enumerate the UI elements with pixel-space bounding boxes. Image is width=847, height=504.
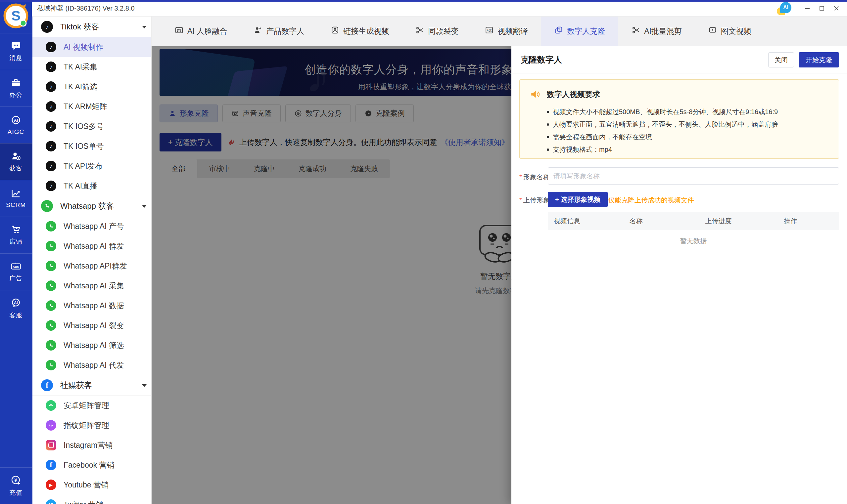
sidebar-item-tk-api[interactable]: ♪ TK API发布 (32, 156, 151, 176)
sidebar-section-tiktok[interactable]: ♪ Tiktok 获客 (32, 17, 151, 37)
minimize-icon (804, 5, 810, 11)
rail-item-label: 客服 (9, 311, 22, 320)
sidebar-item-wa-account[interactable]: Whatsapp AI 产号 (32, 216, 151, 236)
svg-text:S: S (11, 8, 20, 23)
upload-field-label: *上传形象 (519, 196, 550, 205)
rail-item-service[interactable]: AI 客服 (0, 290, 32, 327)
sidebar-item-label: TK AI采集 (64, 62, 97, 72)
sidebar-section-whatsapp[interactable]: Whatsapp 获客 (32, 196, 151, 216)
window-title: 私域神器 (ID-386176) Ver 3.2.8.0 (37, 0, 135, 17)
chevron-down-icon (142, 205, 146, 208)
tab-label: 同款裂变 (428, 26, 459, 36)
tab-image-text-video[interactable]: 图文视频 (695, 17, 765, 46)
rail-item-aigc[interactable]: AI AIGC (0, 107, 32, 143)
start-clone-button[interactable]: 开始克隆 (799, 52, 839, 68)
requirement-item: 视频文件大小不能超过500MB、视频时长在5s-8分钟、视频尺寸在9:16或16… (547, 106, 829, 118)
tab-video-translate[interactable]: A文 视频翻译 (472, 17, 541, 46)
sidebar-item-facebook[interactable]: f Facebook 营销 (32, 455, 151, 475)
sidebar-item-fingerprint-matrix[interactable]: 指纹矩阵管理 (32, 415, 151, 435)
rail-item-shop[interactable]: 店铺 (0, 217, 32, 253)
rail-item-office[interactable]: 办公 (0, 70, 32, 107)
sidebar-item-label: Whatsapp AI 数据 (64, 301, 124, 311)
whatsapp-icon (46, 221, 56, 232)
clone-copy-icon (554, 26, 563, 34)
tiktok-icon: ♪ (46, 61, 56, 72)
svg-text:AI: AI (14, 118, 18, 122)
sidebar-item-label: TK IOS单号 (64, 141, 104, 151)
chevron-down-icon (142, 384, 146, 387)
table-header-row: 视频信息 名称 上传进度 操作 (548, 212, 839, 230)
sidebar-item-label: AI 视频制作 (64, 42, 103, 52)
choose-video-button[interactable]: + 选择形象视频 (548, 192, 608, 207)
tab-link-video[interactable]: 链接生成视频 (317, 17, 402, 46)
avatar-name-input[interactable] (548, 167, 839, 184)
scissors-icon (415, 26, 424, 34)
sidebar-item-android-matrix[interactable]: 安卓矩阵管理 (32, 396, 151, 415)
required-asterisk: * (519, 196, 522, 204)
sidebar-item-label: TK AI筛选 (64, 82, 97, 92)
rail-item-ads[interactable]: ADS 广告 (0, 253, 32, 290)
tab-face-fusion[interactable]: AI 人脸融合 (161, 17, 240, 46)
rail-item-scrm[interactable]: SCRM (0, 180, 32, 217)
sidebar-item-wa-filter[interactable]: Whatsapp AI 筛选 (32, 335, 151, 355)
tab-batch-mix[interactable]: AI批量混剪 (618, 17, 695, 46)
rail-item-recharge[interactable]: ¥ 充值 (0, 467, 32, 504)
required-asterisk: * (519, 173, 522, 181)
requirement-item: 支持视频格式：mp4 (547, 143, 829, 156)
sidebar-item-wa-broadcast[interactable]: Whatsapp AI 群发 (32, 236, 151, 256)
tab-same-style[interactable]: 同款裂变 (402, 17, 472, 46)
table-empty-text: 暂无数据 (548, 230, 839, 252)
column-video-info: 视频信息 (548, 217, 624, 226)
sidebar-item-tk-arm[interactable]: ♪ TK ARM矩阵 (32, 96, 151, 116)
rail-item-label: AIGC (7, 128, 24, 136)
tab-avatar-clone[interactable]: 数字人克隆 (541, 17, 618, 46)
sidebar-item-tk-ios-multi[interactable]: ♪ TK IOS多号 (32, 116, 151, 136)
sidebar-item-label: Whatsapp AI 群发 (64, 241, 124, 251)
svg-text:AI: AI (14, 301, 18, 305)
sidebar-item-wa-collect[interactable]: Whatsapp AI 采集 (32, 276, 151, 296)
left-rail: S 消息 办公 AI AIGC (0, 0, 32, 504)
tab-product-avatar[interactable]: 产品数字人 (240, 17, 317, 46)
maximize-icon (819, 5, 825, 11)
sidebar-item-label: TK API发布 (64, 161, 103, 171)
sidebar-item-wa-send[interactable]: Whatsapp AI 代发 (32, 355, 151, 375)
sidebar-item-instagram[interactable]: Instagram营销 (32, 435, 151, 455)
minimize-button[interactable] (800, 0, 815, 17)
rail-item-label: 办公 (9, 91, 22, 99)
sidebar-item-tk-collect[interactable]: ♪ TK AI采集 (32, 57, 151, 77)
user-avatar[interactable]: Ai (779, 2, 791, 15)
scrm-chart-icon (11, 188, 21, 198)
sidebar-item-label: TK AI直播 (64, 181, 97, 191)
message-icon (11, 41, 21, 51)
sidebar-item-label: TK IOS多号 (64, 121, 104, 132)
rail-item-messages[interactable]: 消息 (0, 33, 32, 70)
tiktok-icon: ♪ (46, 101, 56, 112)
sidebar-item-label: Whatsapp AI 产号 (64, 221, 124, 232)
sidebar-item-label: 指纹矩阵管理 (64, 420, 109, 431)
sidebar-item-wa-api-broadcast[interactable]: Whatsapp API群发 (32, 256, 151, 276)
sidebar-item-label: Whatsapp API群发 (64, 261, 127, 271)
upload-hint-text: 仅能克隆上传成功的视频文件 (608, 196, 694, 205)
sidebar-item-tk-live[interactable]: ♪ TK AI直播 (32, 176, 151, 196)
maximize-button[interactable] (815, 0, 829, 17)
whatsapp-icon (46, 241, 56, 251)
sidebar-item-youtube[interactable]: ▶ Youtube 营销 (32, 475, 151, 495)
tab-label: 视频翻译 (498, 26, 528, 36)
sidebar-item-tk-ios-single[interactable]: ♪ TK IOS单号 (32, 136, 151, 156)
ai-avatar-icon: Ai (780, 2, 791, 13)
requirement-item: 人物要求正面，五官清晰无遮挡，不歪头，不侧头、人脸比例适中，涵盖肩膀 (547, 118, 829, 131)
rail-item-acquisition[interactable]: 获客 (0, 143, 32, 180)
clone-avatar-panel: 克隆数字人 关闭 开始克隆 数字人视频要求 视频文件大小不能超过500MB、视频… (512, 46, 847, 504)
close-panel-button[interactable]: 关闭 (768, 52, 794, 68)
sidebar-section-social[interactable]: f 社媒获客 (32, 375, 151, 396)
rail-item-label: 消息 (9, 54, 22, 62)
tab-label: AI 人脸融合 (187, 26, 227, 36)
sidebar-item-wa-data[interactable]: Whatsapp AI 数据 (32, 296, 151, 316)
sidebar-item-ai-video[interactable]: ♪ AI 视频制作 (32, 37, 151, 57)
whatsapp-icon (46, 281, 56, 291)
tab-label: 产品数字人 (266, 26, 304, 36)
sidebar-item-twitter[interactable]: Twitter 营销 (32, 495, 151, 504)
sidebar-item-wa-fission[interactable]: Whatsapp AI 裂变 (32, 316, 151, 335)
close-button[interactable] (829, 0, 844, 17)
sidebar-item-tk-filter[interactable]: ♪ TK AI筛选 (32, 77, 151, 96)
